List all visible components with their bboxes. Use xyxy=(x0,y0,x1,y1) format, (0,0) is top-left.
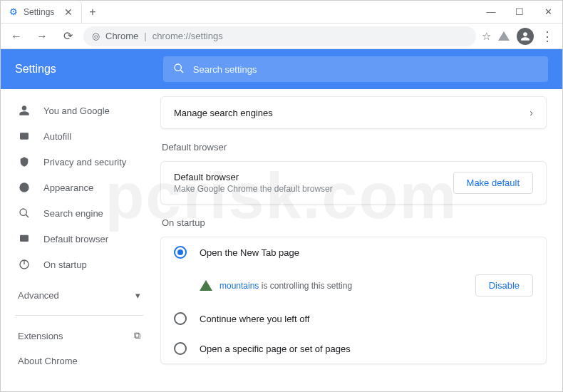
sidebar-item-label: On startup xyxy=(43,259,87,270)
sidebar-item-autofill[interactable]: Autofill xyxy=(1,123,157,149)
minimize-button[interactable]: — xyxy=(477,1,505,24)
sidebar-about-link[interactable]: About Chrome xyxy=(1,349,157,373)
palette-icon xyxy=(18,182,31,193)
svg-point-3 xyxy=(19,182,29,192)
window-controls: — ☐ ✕ xyxy=(477,1,562,24)
svg-point-0 xyxy=(175,64,181,71)
default-browser-subtitle: Make Google Chrome the default browser xyxy=(174,184,333,194)
sidebar-item-label: Default browser xyxy=(43,234,108,244)
main-content: Manage search engines › Default browser … xyxy=(157,89,562,391)
svg-point-4 xyxy=(20,209,26,215)
browser-icon xyxy=(18,233,31,244)
sidebar-extensions-link[interactable]: Extensions ⧉ xyxy=(1,323,157,349)
divider xyxy=(15,315,143,316)
chrome-icon: ◎ xyxy=(92,31,100,41)
bookmark-icon[interactable]: ☆ xyxy=(482,30,491,43)
default-browser-card: Default browser Make Google Chrome the d… xyxy=(160,161,547,205)
sidebar-item-label: Privacy and security xyxy=(43,157,126,167)
browser-tab[interactable]: ⚙ Settings ✕ xyxy=(1,1,82,23)
about-label: About Chrome xyxy=(18,356,78,366)
advanced-label: Advanced xyxy=(18,290,59,301)
chevron-right-icon: › xyxy=(530,107,533,118)
sidebar-item-appearance[interactable]: Appearance xyxy=(1,175,157,200)
sidebar-item-search-engine[interactable]: Search engine xyxy=(1,200,157,226)
search-icon xyxy=(18,207,31,219)
sidebar-item-you-and-google[interactable]: You and Google xyxy=(1,98,157,123)
search-input[interactable] xyxy=(193,64,538,75)
profile-avatar[interactable] xyxy=(517,28,534,45)
address-origin: Chrome xyxy=(105,31,138,41)
maximize-button[interactable]: ☐ xyxy=(505,1,534,24)
close-icon[interactable]: ✕ xyxy=(64,6,73,18)
search-icon xyxy=(173,63,185,76)
default-browser-section-title: Default browser xyxy=(162,142,547,153)
make-default-button[interactable]: Make default xyxy=(453,172,533,194)
tab-title: Settings xyxy=(24,7,54,17)
advanced-footer-toggle[interactable]: Advanced ▾ xyxy=(160,377,547,391)
on-startup-section-title: On startup xyxy=(162,217,547,228)
search-box[interactable] xyxy=(163,56,548,82)
svg-line-5 xyxy=(26,215,29,217)
startup-option-label: Continue where you left off xyxy=(200,314,309,324)
radio-selected-icon[interactable] xyxy=(174,246,187,259)
sidebar-item-on-startup[interactable]: On startup xyxy=(1,252,157,277)
svg-rect-2 xyxy=(20,133,29,139)
manage-search-engines-label: Manage search engines xyxy=(174,108,273,118)
close-window-button[interactable]: ✕ xyxy=(534,1,562,24)
forward-button[interactable]: → xyxy=(32,26,52,46)
sidebar-item-label: You and Google xyxy=(43,105,110,116)
sidebar-item-privacy[interactable]: Privacy and security xyxy=(1,149,157,175)
extensions-label: Extensions xyxy=(18,331,63,341)
disable-button[interactable]: Disable xyxy=(475,274,533,296)
startup-option-continue[interactable]: Continue where you left off xyxy=(161,304,546,334)
radio-unselected-icon[interactable] xyxy=(174,342,187,355)
gear-icon: ⚙ xyxy=(9,6,18,17)
window-titlebar: ⚙ Settings ✕ + — ☐ ✕ xyxy=(1,1,562,24)
sidebar-advanced-toggle[interactable]: Advanced ▾ xyxy=(1,283,157,308)
address-url: chrome://settings xyxy=(153,31,223,41)
open-external-icon: ⧉ xyxy=(134,330,140,341)
shield-icon xyxy=(18,156,31,167)
svg-rect-6 xyxy=(20,235,29,242)
chevron-down-icon: ▾ xyxy=(135,290,140,301)
startup-option-specific[interactable]: Open a specific page or set of pages xyxy=(161,334,546,363)
address-separator: | xyxy=(144,31,146,41)
page-title: Settings xyxy=(15,63,56,76)
radio-unselected-icon[interactable] xyxy=(174,312,187,325)
power-icon xyxy=(18,259,31,270)
mountain-icon xyxy=(200,280,212,291)
default-browser-title: Default browser xyxy=(174,172,333,182)
extension-name[interactable]: mountains xyxy=(219,281,259,291)
startup-option-label: Open the New Tab page xyxy=(200,247,299,258)
startup-option-new-tab[interactable]: Open the New Tab page xyxy=(161,237,546,267)
sidebar-item-default-browser[interactable]: Default browser xyxy=(1,226,157,252)
startup-option-label: Open a specific page or set of pages xyxy=(200,344,351,354)
on-startup-card: Open the New Tab page mountains is contr… xyxy=(160,237,547,364)
back-button[interactable]: ← xyxy=(6,26,26,46)
extension-icon[interactable] xyxy=(498,31,510,41)
manage-search-engines-card[interactable]: Manage search engines › xyxy=(160,96,547,129)
svg-line-1 xyxy=(180,70,183,73)
menu-button[interactable]: ⋮ xyxy=(541,29,554,44)
extension-controlling-row: mountains is controlling this setting Di… xyxy=(161,267,546,304)
new-tab-button[interactable]: + xyxy=(82,6,103,19)
sidebar-item-label: Search engine xyxy=(43,208,103,219)
sidebar: You and Google Autofill Privacy and secu… xyxy=(1,89,157,391)
settings-header: Settings xyxy=(1,49,562,89)
sidebar-item-label: Autofill xyxy=(43,131,71,142)
sidebar-item-label: Appearance xyxy=(43,182,93,193)
autofill-icon xyxy=(18,130,31,142)
reload-button[interactable]: ⟳ xyxy=(58,26,78,46)
controlling-suffix: is controlling this setting xyxy=(259,281,352,291)
person-icon xyxy=(18,105,31,116)
browser-toolbar: ← → ⟳ ◎ Chrome | chrome://settings ☆ ⋮ xyxy=(1,24,562,49)
address-bar[interactable]: ◎ Chrome | chrome://settings xyxy=(83,26,476,46)
